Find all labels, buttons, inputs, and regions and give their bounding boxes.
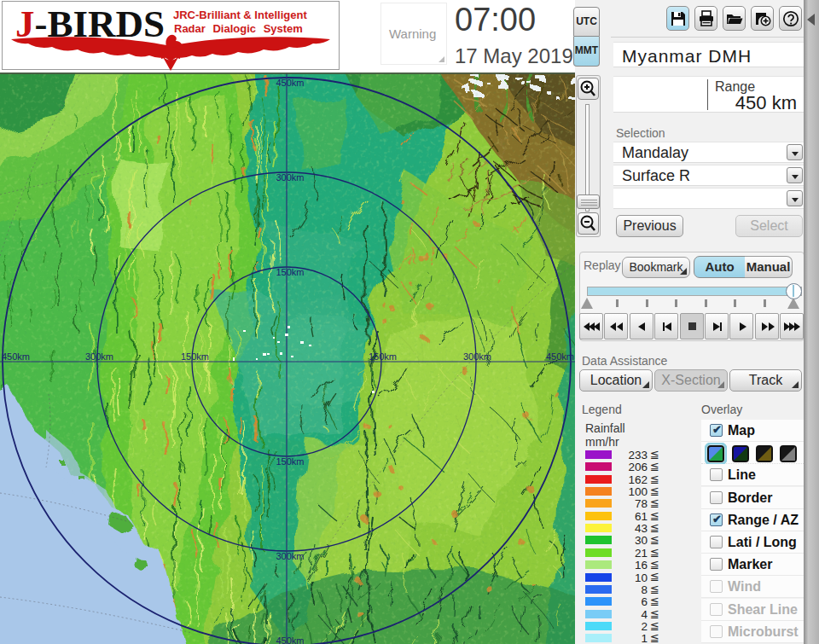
svg-text:300km: 300km <box>276 551 304 561</box>
svg-text:450km: 450km <box>2 351 30 362</box>
svg-text:150km: 150km <box>276 456 304 467</box>
svg-text:150km: 150km <box>181 351 209 362</box>
svg-text:450km: 450km <box>546 351 574 362</box>
svg-text:150km: 150km <box>369 351 397 362</box>
svg-text:300km: 300km <box>463 351 491 362</box>
svg-text:450km: 450km <box>276 78 304 88</box>
svg-text:300km: 300km <box>85 351 113 362</box>
svg-text:150km: 150km <box>276 267 304 277</box>
svg-text:450km: 450km <box>276 635 304 644</box>
svg-text:300km: 300km <box>276 172 304 183</box>
